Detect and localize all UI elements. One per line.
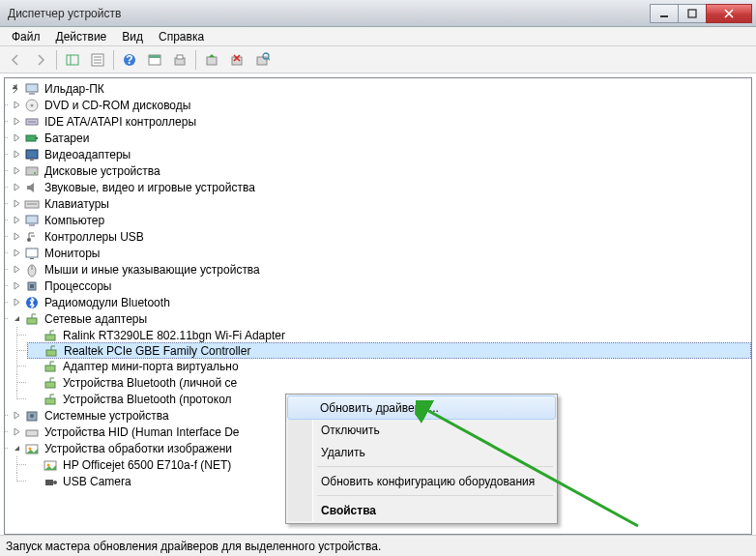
tree-item-label: Мыши и иные указывающие устройства [43, 263, 262, 277]
tree-item-label: IDE ATA/ATAPI контроллеры [43, 115, 198, 129]
collapse-icon[interactable] [9, 441, 24, 456]
expand-icon[interactable] [9, 295, 24, 310]
tree-item-network-adapter[interactable]: Адаптер мини-порта виртуально [27, 358, 751, 374]
uninstall-button[interactable] [225, 48, 248, 72]
expand-icon[interactable] [9, 196, 24, 212]
tree-item[interactable]: Батареи [9, 130, 751, 146]
ctx-uninstall[interactable]: Удалить [288, 441, 555, 463]
tree-item-label: Сетевые адаптеры [43, 312, 149, 326]
tree-item-network-adapter[interactable]: Ralink RT3290LE 802.11bgn Wi-Fi Adapter [27, 327, 751, 343]
tree-item[interactable]: Видеоадаптеры [9, 146, 751, 162]
menu-action[interactable]: Действие [48, 28, 115, 45]
svg-rect-11 [149, 55, 160, 58]
tree-item[interactable]: Клавиатуры [9, 195, 751, 212]
sound-icon [24, 180, 40, 195]
context-menu: Обновить драйверы... Отключить Удалить О… [285, 394, 558, 524]
svg-rect-25 [26, 135, 36, 141]
expand-icon[interactable] [9, 147, 24, 162]
tree-item[interactable]: Процессоры [9, 278, 751, 294]
tree-item[interactable]: Компьютер [9, 212, 751, 228]
bt-icon [24, 295, 40, 310]
svg-rect-44 [45, 335, 55, 340]
scan-button[interactable] [168, 48, 191, 72]
expand-icon[interactable] [9, 98, 24, 113]
battery-icon [24, 131, 40, 146]
svg-rect-27 [26, 150, 38, 159]
svg-point-50 [30, 414, 34, 418]
hid-icon [24, 424, 40, 440]
tree-item[interactable]: IDE ATA/ATAPI контроллеры [9, 113, 751, 130]
svg-point-22 [31, 103, 34, 106]
expand-icon[interactable] [9, 262, 24, 278]
net-icon [43, 328, 58, 343]
help-button[interactable]: ? [118, 48, 141, 72]
ctx-properties[interactable]: Свойства [288, 499, 555, 521]
show-hide-tree-button[interactable] [61, 48, 84, 72]
svg-rect-0 [660, 15, 668, 17]
properties-button[interactable] [86, 48, 109, 72]
collapse-icon[interactable] [9, 81, 24, 97]
close-button[interactable] [706, 4, 752, 23]
update-driver-button[interactable] [200, 48, 223, 72]
svg-rect-34 [29, 224, 35, 226]
tree-item[interactable]: Контроллеры USB [9, 228, 751, 245]
tree-item-label: HP Officejet 6500 E710a-f (NET) [61, 458, 233, 472]
menu-bar: Файл Действие Вид Справка [0, 27, 756, 46]
expand-icon[interactable] [9, 246, 24, 261]
maximize-button[interactable] [678, 4, 707, 23]
tree-item-label: Дисковые устройства [43, 164, 162, 178]
tree-item[interactable]: Звуковые, видео и игровые устройства [9, 179, 751, 195]
img-icon [24, 441, 40, 456]
keyboard-icon [24, 196, 40, 212]
tree-item-network-adapter[interactable]: Устройства Bluetooth (личной се [27, 374, 751, 391]
tree-item[interactable]: Мониторы [9, 245, 751, 261]
scan-hardware-button[interactable] [250, 48, 274, 72]
tree-category-network[interactable]: Сетевые адаптеры [9, 310, 751, 327]
menu-help[interactable]: Справка [151, 28, 212, 45]
root-label: Ильдар-ПК [43, 82, 106, 96]
collapse-icon[interactable] [9, 311, 24, 327]
expand-icon[interactable] [9, 163, 24, 179]
expand-icon[interactable] [9, 278, 24, 294]
expand-icon[interactable] [9, 131, 24, 146]
svg-rect-41 [30, 284, 34, 288]
tree-item[interactable]: Дисковые устройства [9, 162, 751, 179]
tree-item-label: Батареи [43, 132, 91, 145]
menu-view[interactable]: Вид [114, 28, 151, 45]
expand-icon[interactable] [9, 114, 24, 130]
svg-rect-51 [26, 430, 38, 436]
ide-icon [24, 114, 40, 130]
computer-icon [24, 213, 40, 228]
tree-root[interactable]: Ильдар-ПК [9, 80, 751, 97]
svg-rect-33 [26, 216, 38, 223]
svg-rect-36 [26, 249, 38, 257]
expand-icon[interactable] [9, 424, 24, 440]
tree-item-label: DVD и CD-ROM дисководы [43, 99, 192, 112]
ctx-disable[interactable]: Отключить [288, 419, 555, 441]
expand-icon[interactable] [9, 180, 24, 195]
tree-item-label: Процессоры [43, 279, 114, 293]
tree-item[interactable]: Радиомодули Bluetooth [9, 294, 751, 310]
expand-icon[interactable] [9, 229, 24, 245]
svg-rect-29 [26, 167, 38, 175]
svg-point-53 [29, 447, 32, 450]
title-bar[interactable]: Диспетчер устройств [0, 0, 756, 27]
toolbar: ? [0, 46, 756, 73]
expand-icon[interactable] [9, 408, 24, 424]
net-icon [43, 359, 58, 374]
svg-rect-47 [45, 382, 55, 388]
forward-button [29, 48, 52, 72]
tree-item-network-adapter[interactable]: Realtek PCIe GBE Family Controller [27, 342, 751, 359]
ctx-scan-hardware[interactable]: Обновить конфигурацию оборудования [288, 470, 555, 492]
tree-item[interactable]: Мыши и иные указывающие устройства [9, 261, 751, 278]
svg-line-18 [268, 58, 270, 60]
menu-file[interactable]: Файл [4, 28, 48, 45]
minimize-button[interactable] [650, 4, 679, 23]
svg-rect-2 [67, 55, 78, 65]
tree-item[interactable]: DVD и CD-ROM дисководы [9, 97, 751, 113]
expand-icon[interactable] [9, 213, 24, 228]
view-toggle-button[interactable] [143, 48, 166, 72]
tree-item-label: Устройства HID (Human Interface De [43, 425, 242, 439]
cpu-icon [24, 278, 40, 294]
ctx-update-drivers[interactable]: Обновить драйверы... [287, 395, 556, 420]
